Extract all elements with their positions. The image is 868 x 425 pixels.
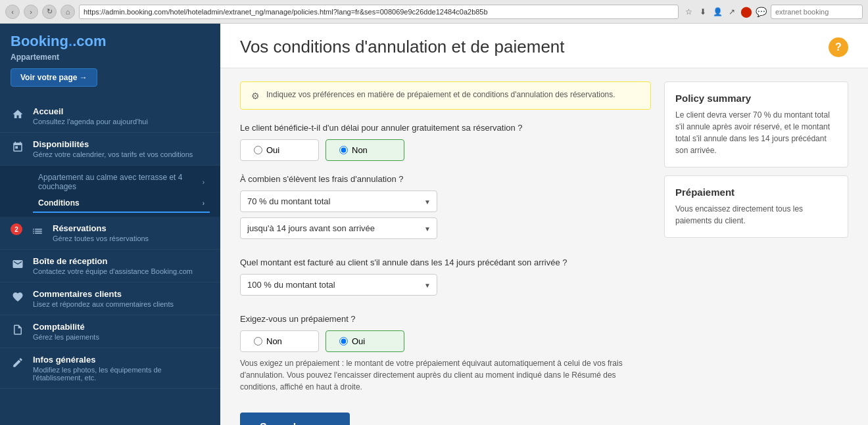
sidebar-item-comptabilite-subtitle: Gérez les paiements bbox=[33, 333, 210, 341]
q3-select-wrapper: 100 % du montant total 70 % du montant t… bbox=[240, 274, 437, 296]
main-content: Vos conditions d'annulation et de paieme… bbox=[220, 24, 868, 425]
download-icon[interactable]: ⬇ bbox=[697, 6, 709, 18]
property-label: Appartement bbox=[11, 53, 210, 62]
q1-non-option[interactable]: Non bbox=[326, 139, 404, 161]
sidebar-item-reservations-title: Réservations bbox=[53, 223, 210, 233]
forward-button[interactable]: › bbox=[24, 5, 38, 19]
content-area: ⚙ Indiquez vos préférences en matière de… bbox=[220, 68, 868, 425]
help-button[interactable]: ? bbox=[829, 37, 848, 57]
sidebar-item-boite[interactable]: Boîte de réception Contactez votre équip… bbox=[0, 250, 220, 282]
sidebar-header: Booking..com Appartement Voir votre page… bbox=[0, 24, 220, 93]
sidebar-item-accueil-subtitle: Consultez l'agenda pour aujourd'hui bbox=[33, 118, 210, 125]
reload-button[interactable]: ↻ bbox=[42, 5, 57, 19]
policy-summary-title: Policy summary bbox=[675, 93, 837, 104]
info-banner: ⚙ Indiquez vos préférences en matière de… bbox=[240, 81, 651, 110]
q4-radio-group: Non Oui bbox=[240, 330, 651, 352]
url-bar[interactable] bbox=[79, 5, 679, 19]
search-bar[interactable] bbox=[771, 5, 863, 19]
q1-non-radio[interactable] bbox=[339, 146, 348, 154]
disponibilites-section: Disponibilités Gérez votre calendrier, v… bbox=[0, 133, 220, 217]
heart-icon bbox=[11, 290, 25, 304]
home-button[interactable]: ⌂ bbox=[60, 5, 75, 19]
q4-oui-option[interactable]: Oui bbox=[326, 330, 404, 352]
q1-oui-label: Oui bbox=[266, 145, 279, 155]
chevron-right-icon-conditions: › bbox=[203, 200, 205, 207]
q1-radio-group: Oui Non bbox=[240, 139, 651, 161]
q2-label: À combien s'élèvent les frais d'annulati… bbox=[240, 174, 651, 184]
prepayment-card-title: Prépaiement bbox=[675, 187, 837, 198]
reservations-badge: 2 bbox=[11, 223, 22, 235]
calendar-icon bbox=[11, 140, 25, 154]
q2-group: À combien s'élèvent les frais d'annulati… bbox=[240, 174, 651, 244]
sidebar-item-disponibilites[interactable]: Disponibilités Gérez votre calendrier, v… bbox=[0, 133, 220, 166]
home-icon bbox=[11, 107, 25, 122]
policy-form: ⚙ Indiquez vos préférences en matière de… bbox=[240, 81, 651, 425]
chat-icon[interactable]: 💬 bbox=[755, 6, 767, 18]
policy-summary-text: Le client devra verser 70 % du montant t… bbox=[675, 109, 837, 156]
sidebar-item-commentaires[interactable]: Commentaires clients Lisez et répondez a… bbox=[0, 282, 220, 315]
sidebar-item-infos[interactable]: Infos générales Modifiez les photos, les… bbox=[0, 348, 220, 389]
sidebar-item-commentaires-title: Commentaires clients bbox=[33, 289, 210, 299]
view-page-button[interactable]: Voir votre page → bbox=[11, 68, 97, 87]
q2-select2-wrapper: jusqu'à 14 jours avant son arrivée jusqu… bbox=[240, 217, 437, 239]
sub-navigation: Appartement au calme avec terrasse et 4 … bbox=[0, 166, 220, 217]
sidebar-item-disponibilites-subtitle: Gérez votre calendrier, vos tarifs et vo… bbox=[33, 150, 210, 158]
sub-nav-conditions[interactable]: Conditions › bbox=[33, 194, 210, 213]
prepayment-card-text: Vous encaissez directement tous les paie… bbox=[675, 203, 837, 227]
q3-label: Quel montant est facturé au client s'il … bbox=[240, 257, 651, 267]
browser-chrome: ‹ › ↻ ⌂ ☆ ⬇ 👤 ↗ ⬤ 💬 bbox=[0, 0, 868, 24]
sidebar-item-commentaires-subtitle: Lisez et répondez aux commentaires clien… bbox=[33, 300, 210, 308]
q4-label: Exigez-vous un prépaiement ? bbox=[240, 314, 651, 324]
q3-group: Quel montant est facturé au client s'il … bbox=[240, 257, 651, 301]
sidebar: Booking..com Appartement Voir votre page… bbox=[0, 24, 220, 425]
q4-oui-label: Oui bbox=[352, 336, 365, 346]
q1-oui-radio[interactable] bbox=[254, 146, 262, 154]
q1-label: Le client bénéficie-t-il d'un délai pour… bbox=[240, 123, 651, 133]
policy-sidebar: Policy summary Le client devra verser 70… bbox=[664, 81, 848, 425]
page-title: Vos conditions d'annulation et de paieme… bbox=[240, 37, 565, 57]
q2-select1[interactable]: 70 % du montant total 50 % du montant to… bbox=[240, 190, 437, 212]
pencil-icon bbox=[11, 355, 25, 370]
info-banner-text: Indiquez vos préférences en matière de p… bbox=[266, 90, 615, 99]
q4-non-label: Non bbox=[266, 336, 282, 346]
share-icon[interactable]: ↗ bbox=[726, 6, 738, 18]
sidebar-item-accueil-title: Accueil bbox=[33, 106, 210, 116]
prepayment-note: Vous exigez un prépaiement : le montant … bbox=[240, 357, 651, 393]
brand-logo: Booking..com bbox=[11, 33, 210, 50]
q2-select2[interactable]: jusqu'à 14 jours avant son arrivée jusqu… bbox=[240, 217, 437, 239]
sidebar-item-disponibilites-title: Disponibilités bbox=[33, 139, 210, 149]
sidebar-item-boite-subtitle: Contactez votre équipe d'assistance Book… bbox=[33, 267, 210, 275]
q2-select1-wrapper: 70 % du montant total 50 % du montant to… bbox=[240, 190, 437, 212]
policy-summary-card: Policy summary Le client devra verser 70… bbox=[664, 81, 848, 168]
extension-icon[interactable]: ⬤ bbox=[740, 6, 752, 18]
sub-nav-property[interactable]: Appartement au calme avec terrasse et 4 … bbox=[33, 169, 210, 194]
person-icon[interactable]: 👤 bbox=[711, 6, 723, 18]
sidebar-navigation: Accueil Consultez l'agenda pour aujourd'… bbox=[0, 100, 220, 389]
chevron-right-icon: › bbox=[203, 179, 205, 186]
sidebar-item-reservations[interactable]: 2 Réservations Gérez toutes vos réservat… bbox=[0, 217, 220, 250]
q1-non-label: Non bbox=[352, 145, 368, 155]
sidebar-item-infos-title: Infos générales bbox=[33, 355, 210, 365]
sidebar-item-boite-title: Boîte de réception bbox=[33, 256, 210, 266]
list-icon bbox=[30, 224, 45, 238]
sidebar-item-infos-subtitle: Modifiez les photos, les équipements de … bbox=[33, 366, 210, 382]
sidebar-item-comptabilite[interactable]: Comptabilité Gérez les paiements bbox=[0, 315, 220, 348]
q4-oui-radio[interactable] bbox=[339, 337, 348, 346]
q3-select[interactable]: 100 % du montant total 70 % du montant t… bbox=[240, 274, 437, 296]
bookmark-icon[interactable]: ☆ bbox=[683, 6, 694, 18]
document-icon bbox=[11, 323, 25, 337]
q4-non-option[interactable]: Non bbox=[240, 330, 319, 352]
q1-group: Le client bénéficie-t-il d'un délai pour… bbox=[240, 123, 651, 161]
q4-group: Exigez-vous un prépaiement ? Non Oui Vou… bbox=[240, 314, 651, 393]
settings-icon: ⚙ bbox=[251, 91, 260, 101]
q1-oui-option[interactable]: Oui bbox=[240, 139, 319, 161]
sidebar-item-reservations-subtitle: Gérez toutes vos réservations bbox=[53, 235, 210, 242]
save-button[interactable]: Save changes bbox=[240, 413, 350, 425]
sidebar-item-accueil[interactable]: Accueil Consultez l'agenda pour aujourd'… bbox=[0, 100, 220, 133]
envelope-icon bbox=[11, 257, 25, 271]
prepayment-card: Prépaiement Vous encaissez directement t… bbox=[664, 175, 848, 238]
sidebar-item-comptabilite-title: Comptabilité bbox=[33, 322, 210, 332]
q4-non-radio[interactable] bbox=[254, 337, 262, 346]
page-header: Vos conditions d'annulation et de paieme… bbox=[220, 24, 868, 68]
back-button[interactable]: ‹ bbox=[5, 5, 20, 19]
